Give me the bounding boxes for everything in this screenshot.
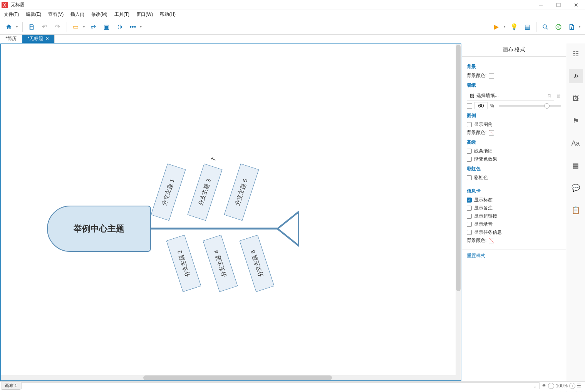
titlebar: X 无标题 ─ ☐ ✕ xyxy=(0,0,585,10)
horizontal-scroll-thumb[interactable] xyxy=(143,375,332,380)
show-link-checkbox[interactable] xyxy=(467,214,472,219)
undo-button[interactable]: ↶ xyxy=(40,22,50,32)
save-button[interactable] xyxy=(27,22,37,32)
minimize-button[interactable]: ─ xyxy=(532,0,550,10)
dropdown-icon[interactable]: ▼ xyxy=(503,25,506,28)
menubar: 文件(F) 编辑(E) 查看(V) 插入(I) 修改(M) 工具(T) 窗口(W… xyxy=(0,10,585,19)
zoom-level: 100% xyxy=(556,383,568,389)
menu-insert[interactable]: 插入(I) xyxy=(69,10,85,18)
status-bar: 画布 ('画布 1') 自动保存: 关闭 ● LAPTOP-EVI7MJMD 极… xyxy=(0,390,585,392)
opacity-input[interactable] xyxy=(474,102,488,109)
wallpaper-color-swatch[interactable] xyxy=(467,103,472,109)
zoom-out-button[interactable]: − xyxy=(548,383,554,389)
sheet-tab[interactable]: 画布 1 xyxy=(2,382,20,390)
task-tab-icon[interactable]: 📋 xyxy=(569,203,583,217)
topic-button[interactable]: ▭ xyxy=(71,22,81,32)
format-panel: 画布 格式 背景 背景颜色: 墙纸 🖼 选择墙纸... ⇅ 🗑 % xyxy=(462,43,566,381)
format-tab-icon[interactable] xyxy=(569,69,583,83)
close-button[interactable]: ✕ xyxy=(567,0,585,10)
show-label-checkbox[interactable]: ✓ xyxy=(467,198,472,203)
rainbow-checkbox[interactable] xyxy=(467,175,472,180)
zoom-in-button[interactable]: + xyxy=(569,383,575,389)
reset-style-link[interactable]: 重置样式 xyxy=(462,249,566,262)
gradient-checkbox[interactable] xyxy=(467,157,472,162)
line-taper-checkbox[interactable] xyxy=(467,149,472,154)
delete-wallpaper-icon[interactable]: 🗑 xyxy=(557,93,561,99)
svg-line-6 xyxy=(558,26,559,27)
notes-tab-icon[interactable]: ▤ xyxy=(569,159,583,173)
infocard-bgcolor-swatch[interactable] xyxy=(489,238,494,243)
vertical-scrollbar[interactable] xyxy=(456,44,461,380)
presentation-button[interactable]: ▶ xyxy=(491,22,501,32)
tab-history[interactable]: *简历 xyxy=(0,35,22,43)
show-legend-checkbox[interactable] xyxy=(467,122,472,127)
branch-topic-3[interactable]: 分支主题 3 xyxy=(188,164,223,221)
menu-view[interactable]: 查看(V) xyxy=(47,10,65,18)
fit-icon[interactable]: ☰ xyxy=(577,383,581,389)
line-taper-label: 线条渐细 xyxy=(474,148,493,154)
branch-topic-1[interactable]: 分支主题 1 xyxy=(151,164,186,221)
svg-point-2 xyxy=(556,24,561,30)
wallpaper-select[interactable]: 🖼 选择墙纸... ⇅ xyxy=(467,91,554,101)
opacity-slider[interactable] xyxy=(499,105,561,107)
branch-topic-2[interactable]: 分支主题 2 xyxy=(166,235,201,292)
show-link-label: 显示超链接 xyxy=(474,213,497,219)
share-button[interactable] xyxy=(553,22,563,32)
menu-edit[interactable]: 编辑(E) xyxy=(24,10,43,18)
section-wallpaper: 墙纸 xyxy=(467,82,561,89)
show-task-label: 显示任务信息 xyxy=(474,229,502,236)
slider-thumb[interactable] xyxy=(544,103,550,109)
relationship-button[interactable]: ⇄ xyxy=(89,22,99,32)
export-button[interactable] xyxy=(567,22,577,32)
canvas-area[interactable]: ↖ 举例中心主题 分支主题 1 分支主题 3 分支主题 5 分支主题 2 分支主… xyxy=(0,44,461,381)
redo-button[interactable]: ↷ xyxy=(53,22,63,32)
search-button[interactable] xyxy=(540,22,550,32)
summary-button[interactable]: ⟬⟭ xyxy=(115,22,125,32)
menu-help[interactable]: 帮助(H) xyxy=(158,10,177,18)
wallpaper-select-label: 选择墙纸... xyxy=(476,92,499,99)
section-rainbow: 彩虹色 xyxy=(467,166,561,172)
window-controls: ─ ☐ ✕ xyxy=(532,0,585,10)
menu-file[interactable]: 文件(F) xyxy=(2,10,20,18)
section-background: 背景 xyxy=(467,64,561,70)
legend-bgcolor-swatch[interactable] xyxy=(489,130,494,136)
image-tab-icon[interactable]: 🖼 xyxy=(569,92,583,106)
branch-topic-4[interactable]: 分支主题 4 xyxy=(203,235,238,292)
close-icon[interactable]: ✕ xyxy=(45,36,49,41)
filter-icon[interactable]: ⌄ xyxy=(533,384,537,389)
maximize-button[interactable]: ☐ xyxy=(550,0,567,10)
gradient-label: 渐变色效果 xyxy=(474,156,497,162)
boundary-button[interactable]: ▣ xyxy=(102,22,112,32)
sheet-strip[interactable]: ⌄ xyxy=(21,382,540,389)
background-color-swatch[interactable] xyxy=(489,73,494,79)
label-tab-icon[interactable]: Aa xyxy=(569,136,583,150)
section-advanced: 高级 xyxy=(467,139,561,146)
show-notes-checkbox[interactable] xyxy=(467,206,472,211)
infocard-bgcolor-label: 背景颜色: xyxy=(467,237,486,244)
gantt-button[interactable]: ▤ xyxy=(522,22,532,32)
eye-icon[interactable]: 👁 xyxy=(542,383,546,389)
dropdown-icon[interactable]: ▼ xyxy=(139,25,142,28)
marker-tab-icon[interactable]: ⚑ xyxy=(569,114,583,128)
show-audio-checkbox[interactable] xyxy=(467,222,472,227)
tab-untitled[interactable]: *无标题 ✕ xyxy=(22,35,55,43)
branch-topic-6[interactable]: 分支主题 6 xyxy=(240,235,275,292)
idea-button[interactable]: 💡 xyxy=(509,22,519,32)
branch-topic-5[interactable]: 分支主题 5 xyxy=(224,164,259,221)
toolbar: ▼ ↶ ↷ ▭ ▼ ⇄ ▣ ⟬⟭ ••• ▼ ▶ ▼ 💡 ▤ ▼ xyxy=(0,19,585,35)
horizontal-scrollbar[interactable] xyxy=(1,375,461,380)
menu-window[interactable]: 窗口(W) xyxy=(135,10,154,18)
outline-tab-icon[interactable]: ☷ xyxy=(569,47,583,61)
vertical-scroll-thumb[interactable] xyxy=(456,45,461,291)
show-task-checkbox[interactable] xyxy=(467,230,472,235)
more-button[interactable]: ••• xyxy=(128,22,138,32)
dropdown-icon[interactable]: ▼ xyxy=(15,25,18,28)
section-legend: 图例 xyxy=(467,112,561,119)
home-button[interactable] xyxy=(4,22,14,32)
comments-tab-icon[interactable]: 💬 xyxy=(569,181,583,195)
central-topic[interactable]: 举例中心主题 xyxy=(47,206,151,252)
menu-modify[interactable]: 修改(M) xyxy=(90,10,109,18)
dropdown-icon[interactable]: ▼ xyxy=(578,25,581,28)
menu-tools[interactable]: 工具(T) xyxy=(113,10,131,18)
dropdown-icon[interactable]: ▼ xyxy=(82,25,85,28)
